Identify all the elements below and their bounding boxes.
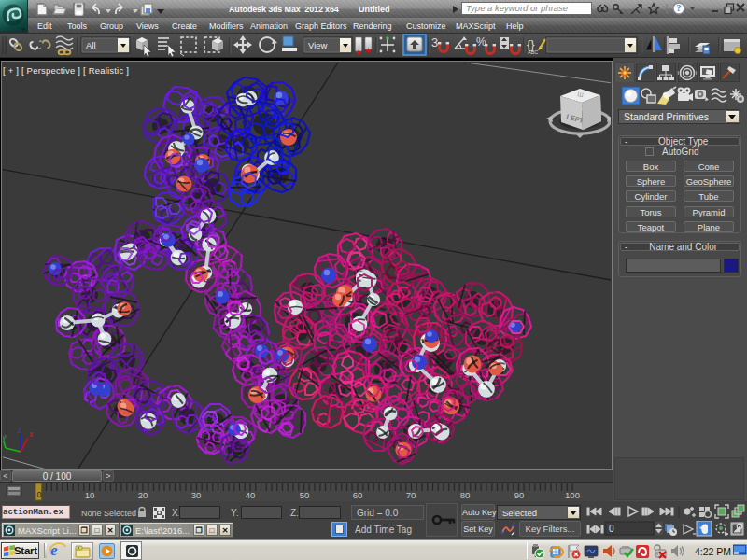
svg-text:70: 70: [406, 490, 416, 500]
svg-text:80: 80: [460, 490, 471, 500]
svg-text:60: 60: [353, 490, 363, 500]
svg-text:z: z: [18, 426, 22, 435]
svg-text:30: 30: [191, 490, 202, 500]
svg-text:0: 0: [37, 490, 42, 499]
svg-text:20: 20: [138, 490, 148, 500]
svg-text:100: 100: [565, 490, 580, 500]
svg-text:?: ?: [676, 4, 681, 13]
svg-text:y: y: [2, 432, 7, 441]
svg-text:40: 40: [246, 490, 256, 500]
svg-text:90: 90: [514, 490, 525, 500]
svg-text:x: x: [29, 429, 34, 439]
svg-text:10: 10: [85, 490, 95, 500]
svg-text:0: 0: [609, 524, 614, 534]
svg-text:50: 50: [300, 490, 310, 500]
svg-text:Ш: Ш: [577, 91, 585, 98]
